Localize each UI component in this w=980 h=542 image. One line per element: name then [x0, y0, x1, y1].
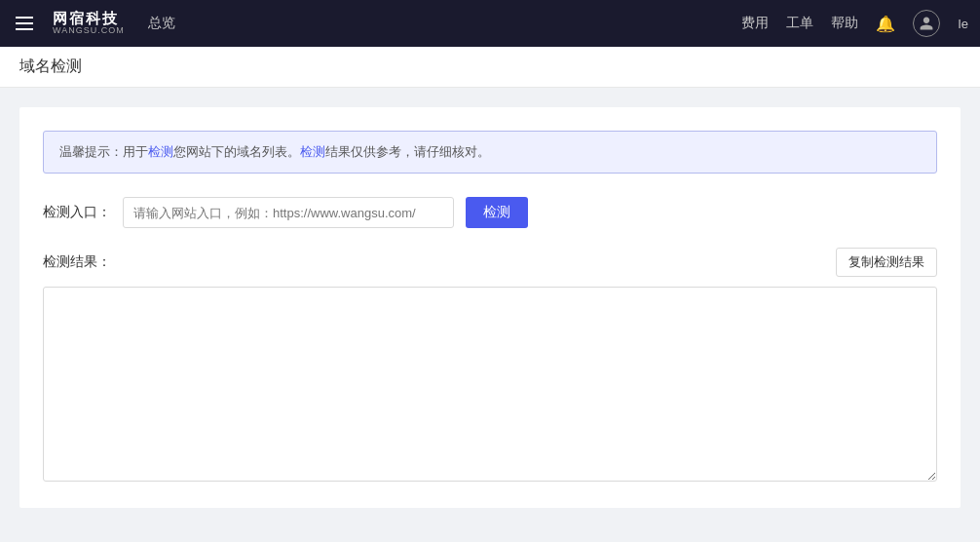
page-title: 域名检测	[19, 58, 82, 74]
avatar[interactable]	[913, 10, 940, 37]
user-name-label[interactable]: Ie	[958, 17, 968, 31]
logo-english: WANGSU.COM	[53, 26, 125, 36]
copy-result-button[interactable]: 复制检测结果	[836, 248, 937, 277]
alert-highlight: 检测	[148, 144, 173, 159]
alert-info-box: 温馨提示：用于检测您网站下的域名列表。检测结果仅供参考，请仔细核对。	[43, 131, 937, 174]
notification-bell-icon[interactable]: 🔔	[876, 15, 895, 33]
alert-text: 温馨提示：用于检测您网站下的域名列表。检测结果仅供参考，请仔细核对。	[59, 144, 490, 159]
detect-input-label: 检测入口：	[43, 204, 111, 221]
result-header: 检测结果： 复制检测结果	[43, 248, 937, 277]
help-link[interactable]: 帮助	[831, 15, 858, 32]
breadcrumb: 域名检测	[0, 47, 980, 88]
result-label: 检测结果：	[43, 253, 111, 271]
result-textarea[interactable]	[43, 287, 937, 482]
site-logo: 网宿科技 WANGSU.COM	[53, 11, 125, 36]
logo-chinese: 网宿科技	[53, 11, 125, 27]
detect-form-row: 检测入口： 检测	[43, 197, 937, 228]
menu-hamburger-icon[interactable]	[12, 13, 37, 34]
content-card: 温馨提示：用于检测您网站下的域名列表。检测结果仅供参考，请仔细核对。 检测入口：…	[19, 107, 961, 508]
nav-overview[interactable]: 总览	[140, 15, 183, 32]
fee-link[interactable]: 费用	[741, 15, 769, 32]
work-order-link[interactable]: 工单	[786, 15, 813, 32]
main-content: 温馨提示：用于检测您网站下的域名列表。检测结果仅供参考，请仔细核对。 检测入口：…	[0, 88, 980, 542]
detect-url-input[interactable]	[123, 197, 454, 228]
detect-button[interactable]: 检测	[466, 197, 528, 228]
top-navigation: 网宿科技 WANGSU.COM 总览 费用 工单 帮助 🔔 Ie	[0, 0, 980, 47]
alert-highlight2: 检测	[300, 144, 325, 159]
topnav-actions: 费用 工单 帮助 🔔 Ie	[741, 10, 968, 37]
